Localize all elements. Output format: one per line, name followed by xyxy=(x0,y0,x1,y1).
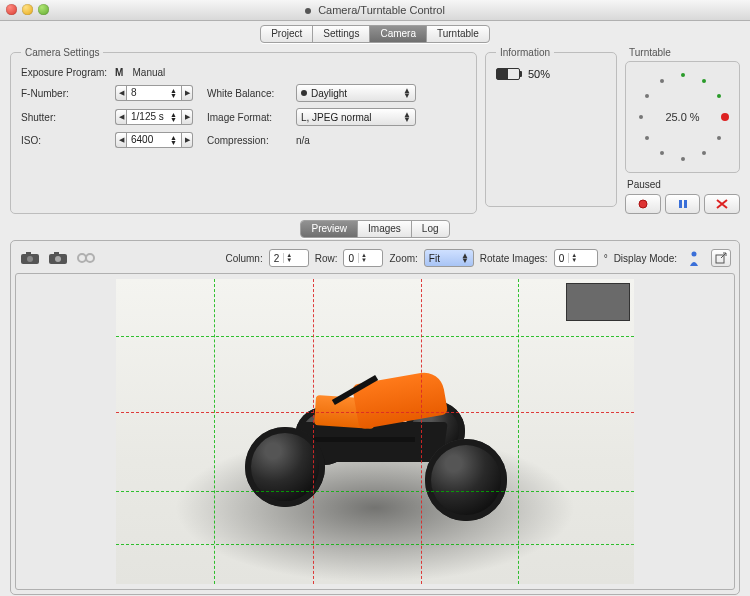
camera-settings-group: Camera Settings Exposure Program: M Manu… xyxy=(10,47,477,214)
turntable-step-dot xyxy=(681,157,685,161)
turntable-step-dot xyxy=(702,79,706,83)
preview-toolbar: Column: 2 ▲▼ Row: 0 ▲▼ Zoom: Fit ▲▼ Rota… xyxy=(15,245,735,273)
column-label: Column: xyxy=(225,253,262,264)
fnumber-label: F-Number: xyxy=(21,88,111,99)
svg-rect-4 xyxy=(26,252,31,255)
title-dot-icon xyxy=(305,8,311,14)
svg-rect-2 xyxy=(684,200,687,208)
camera-alt-icon[interactable] xyxy=(47,249,69,267)
shutter-label: Shutter: xyxy=(21,112,111,123)
turntable-step-dot xyxy=(721,113,729,121)
compression-value: n/a xyxy=(296,135,426,146)
information-group: Information 50% xyxy=(485,47,617,207)
shutter-increment-icon[interactable]: ▶ xyxy=(182,109,193,125)
displaymode-person-icon[interactable] xyxy=(683,249,705,267)
tab-preview[interactable]: Preview xyxy=(301,221,358,237)
window-title: Camera/Turntable Control xyxy=(318,4,445,16)
imageformat-popup[interactable]: L, JPEG normal ▲▼ xyxy=(296,108,416,126)
turntable-status: Paused xyxy=(627,179,740,190)
preview-tabs: Preview Images Log xyxy=(300,220,449,238)
histogram-thumbnail xyxy=(566,283,630,321)
preview-image xyxy=(116,279,634,584)
imageformat-label: Image Format: xyxy=(207,112,292,123)
svg-point-0 xyxy=(639,200,647,208)
iso-increment-icon[interactable]: ▶ xyxy=(182,132,193,148)
model-quad xyxy=(235,367,515,527)
turntable-legend: Turntable xyxy=(629,47,740,58)
shutter-stepper[interactable]: ◀ 1/125 s▲▼ ▶ xyxy=(115,109,203,125)
fnumber-value: 8▲▼ xyxy=(126,85,182,101)
row-input[interactable]: 0 ▲▼ xyxy=(343,249,383,267)
preview-canvas xyxy=(15,273,735,590)
shutter-decrement-icon[interactable]: ◀ xyxy=(115,109,126,125)
stop-button[interactable] xyxy=(704,194,740,214)
compression-label: Compression: xyxy=(207,135,292,146)
column-input[interactable]: 2 ▲▼ xyxy=(269,249,309,267)
turntable-step-dot xyxy=(702,151,706,155)
turntable-step-dot xyxy=(645,136,649,140)
turntable-step-dot xyxy=(660,79,664,83)
fnumber-stepper[interactable]: ◀ 8▲▼ ▶ xyxy=(115,85,203,101)
link-icon[interactable] xyxy=(75,249,97,267)
svg-point-5 xyxy=(27,256,33,262)
exposure-program-label: Exposure Program: xyxy=(21,67,111,78)
tab-project[interactable]: Project xyxy=(261,26,313,42)
exposure-program-value: Manual xyxy=(133,67,166,78)
turntable-step-dot xyxy=(645,94,649,98)
iso-value: 6400▲▼ xyxy=(126,132,182,148)
rotate-unit: ° xyxy=(604,253,608,264)
tab-camera[interactable]: Camera xyxy=(370,26,427,42)
main-tabs: Project Settings Camera Turntable xyxy=(260,25,490,43)
exposure-program-prefix: M xyxy=(115,67,123,78)
rotate-input[interactable]: 0 ▲▼ xyxy=(554,249,598,267)
displaymode-popout-icon[interactable] xyxy=(711,249,731,267)
turntable-step-dot xyxy=(717,94,721,98)
turntable-panel: Turntable 25.0 % Paused xyxy=(625,47,740,214)
rotate-label: Rotate Images: xyxy=(480,253,548,264)
titlebar: Camera/Turntable Control xyxy=(0,0,750,21)
zoom-popup[interactable]: Fit ▲▼ xyxy=(424,249,474,267)
preview-panel: Column: 2 ▲▼ Row: 0 ▲▼ Zoom: Fit ▲▼ Rota… xyxy=(10,240,740,595)
tab-settings[interactable]: Settings xyxy=(313,26,370,42)
turntable-step-dot xyxy=(717,136,721,140)
tab-images[interactable]: Images xyxy=(358,221,412,237)
camera-settings-legend: Camera Settings xyxy=(21,47,103,58)
zoom-label: Zoom: xyxy=(389,253,417,264)
tab-log[interactable]: Log xyxy=(412,221,449,237)
window-close-icon[interactable] xyxy=(6,4,17,15)
displaymode-label: Display Mode: xyxy=(614,253,677,264)
svg-point-11 xyxy=(692,252,697,257)
svg-rect-7 xyxy=(54,252,59,255)
turntable-controls xyxy=(625,194,740,214)
svg-rect-1 xyxy=(679,200,682,208)
iso-label: ISO: xyxy=(21,135,111,146)
turntable-step-dot xyxy=(681,73,685,77)
turntable-step-dot xyxy=(639,115,643,119)
svg-point-9 xyxy=(78,254,86,262)
turntable-step-dot xyxy=(660,151,664,155)
fnumber-decrement-icon[interactable]: ◀ xyxy=(115,85,126,101)
turntable-percent: 25.0 % xyxy=(665,111,699,123)
record-button[interactable] xyxy=(625,194,661,214)
whitebalance-popup[interactable]: Daylight ▲▼ xyxy=(296,84,416,102)
pause-button[interactable] xyxy=(665,194,701,214)
whitebalance-label: White Balance: xyxy=(207,88,292,99)
tab-turntable[interactable]: Turntable xyxy=(427,26,489,42)
battery-percent: 50% xyxy=(528,68,550,80)
battery-icon xyxy=(496,68,520,80)
svg-point-8 xyxy=(55,256,61,262)
turntable-progress-dial: 25.0 % xyxy=(625,61,740,173)
iso-stepper[interactable]: ◀ 6400▲▼ ▶ xyxy=(115,132,203,148)
window-zoom-icon[interactable] xyxy=(38,4,49,15)
svg-point-10 xyxy=(86,254,94,262)
fnumber-increment-icon[interactable]: ▶ xyxy=(182,85,193,101)
shutter-value: 1/125 s▲▼ xyxy=(126,109,182,125)
window-controls xyxy=(6,4,49,15)
camera-icon[interactable] xyxy=(19,249,41,267)
row-label: Row: xyxy=(315,253,338,264)
iso-decrement-icon[interactable]: ◀ xyxy=(115,132,126,148)
window-minimize-icon[interactable] xyxy=(22,4,33,15)
information-legend: Information xyxy=(496,47,554,58)
